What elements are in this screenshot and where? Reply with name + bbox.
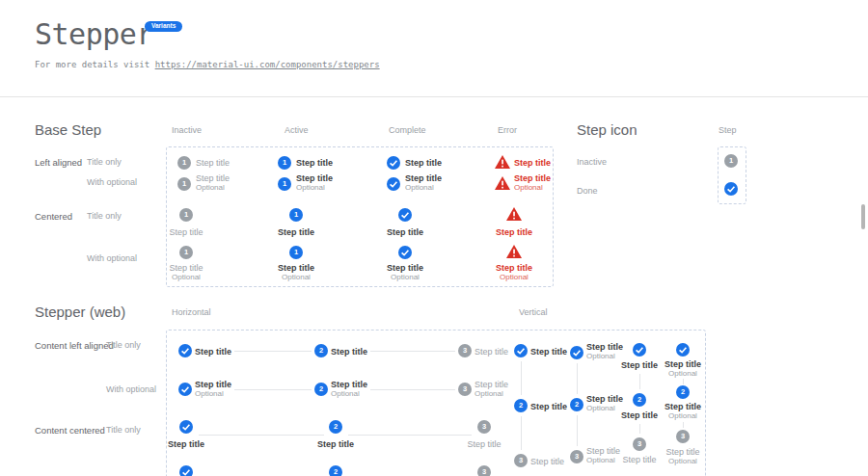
- step-node-active: 2: [676, 385, 690, 399]
- error-icon: [495, 176, 510, 194]
- connector-line: [348, 435, 472, 436]
- step-node-inactive: 1: [179, 208, 193, 222]
- step-node-active: 1: [289, 246, 303, 259]
- error-icon: [506, 207, 522, 225]
- step-node-inactive: 3: [477, 420, 491, 434]
- row-content-left-aligned: Content left aligned: [35, 340, 114, 351]
- check-icon: [633, 343, 646, 360]
- check-icon: [387, 177, 400, 195]
- row-content-centered: Content centered: [35, 425, 105, 436]
- step-title-label: Step title: [586, 446, 620, 456]
- row-with-optional: With optional: [106, 384, 156, 394]
- row-left-aligned: Left aligned: [35, 157, 82, 168]
- connector-line: [234, 351, 312, 352]
- step-title-label: Step title: [331, 380, 367, 389]
- step-title-label: Step title: [296, 158, 333, 168]
- step-title-label: Step title: [530, 402, 567, 411]
- column-complete: Complete: [389, 125, 426, 135]
- step-node-active: 2: [314, 383, 328, 396]
- connector-line: [577, 415, 578, 446]
- step-title-label: Step title: [169, 263, 203, 273]
- step-title-label: Step title: [168, 439, 204, 449]
- row-title-only: Title only: [106, 425, 141, 435]
- connector-line: [577, 363, 578, 394]
- step-node-inactive: 3: [570, 450, 583, 463]
- row-title-only: Title only: [106, 340, 141, 350]
- check-icon: [178, 344, 192, 361]
- optional-label: Optional: [668, 411, 697, 420]
- step-node-inactive: 3: [514, 454, 528, 467]
- column-vertical: Vertical: [519, 307, 548, 317]
- optional-label: Optional: [514, 183, 543, 192]
- step-title-label: Step title: [514, 173, 551, 183]
- optional-label: Optional: [196, 183, 225, 192]
- error-icon: [506, 245, 522, 262]
- check-icon: [398, 246, 412, 263]
- step-title-label: Step title: [278, 263, 314, 273]
- connector-line: [370, 389, 455, 390]
- step-node-active: 2: [514, 399, 528, 412]
- optional-label: Optional: [500, 273, 529, 281]
- step-title-label: Step title: [467, 439, 501, 449]
- optional-label: Optional: [586, 456, 615, 464]
- step-node-active: 2: [633, 393, 646, 407]
- step-title-label: Step title: [530, 347, 567, 357]
- connector-line: [199, 435, 324, 436]
- optional-label: Optional: [391, 273, 420, 281]
- scrollbar-thumb[interactable]: [861, 204, 865, 229]
- row-done: Done: [577, 186, 598, 196]
- step-title-label: Step title: [496, 227, 532, 237]
- check-icon: [724, 182, 738, 199]
- connector-line: [521, 361, 522, 395]
- step-title-label: Step title: [475, 380, 508, 389]
- step-title-label: Step title: [621, 360, 658, 370]
- column-error: Error: [498, 125, 517, 135]
- step-title-label: Step title: [405, 173, 442, 183]
- step-title-label: Step title: [665, 447, 699, 457]
- row-inactive: Inactive: [577, 157, 607, 167]
- connector-line: [521, 416, 522, 450]
- check-icon: [387, 156, 400, 173]
- optional-label: Optional: [586, 404, 615, 412]
- stepper-web-heading: Stepper (web): [35, 304, 125, 320]
- step-node-inactive: 1: [179, 246, 193, 259]
- variants-badge: Variants: [145, 21, 182, 32]
- optional-label: Optional: [405, 183, 434, 192]
- subtitle: For more details visit https://material-…: [35, 60, 380, 69]
- optional-label: Optional: [668, 457, 697, 465]
- step-node-inactive: 1: [724, 154, 738, 168]
- step-node-inactive: 3: [633, 437, 646, 451]
- design-doc-canvas: { "page": { "title": "Stepper", "badge":…: [0, 0, 868, 476]
- step-title-label: Step title: [196, 158, 230, 168]
- row-with-optional: With optional: [87, 177, 137, 187]
- step-title-label: Step title: [331, 347, 367, 357]
- step-node-active: 2: [329, 465, 342, 476]
- step-title-label: Step title: [296, 173, 333, 183]
- step-node-active: 2: [314, 344, 328, 357]
- optional-label: Optional: [296, 183, 325, 192]
- page-title: Stepper: [35, 17, 153, 51]
- step-title-label: Step title: [621, 410, 658, 420]
- check-icon: [398, 208, 412, 225]
- optional-label: Optional: [586, 352, 615, 360]
- column-horizontal: Horizontal: [172, 307, 211, 317]
- step-node-active: 2: [329, 420, 342, 434]
- step-title-label: Step title: [278, 227, 314, 237]
- step-title-label: Step title: [530, 457, 564, 466]
- row-title-only: Title only: [87, 157, 122, 167]
- step-node-inactive: 3: [458, 344, 472, 357]
- optional-label: Optional: [282, 273, 311, 281]
- step-title-label: Step title: [496, 263, 532, 273]
- material-ui-link[interactable]: https://material-ui.com/components/stepp…: [155, 60, 380, 69]
- row-title-only: Title only: [87, 211, 122, 221]
- step-title-label: Step title: [586, 394, 623, 404]
- step-title-label: Step title: [195, 380, 231, 389]
- connector-line: [639, 374, 640, 389]
- error-icon: [495, 155, 510, 172]
- step-node-inactive: 1: [177, 177, 191, 191]
- step-node-inactive: 1: [177, 156, 191, 170]
- step-title-label: Step title: [514, 158, 551, 168]
- connector-line: [639, 424, 640, 434]
- check-icon: [570, 346, 583, 363]
- column-step: Step: [719, 125, 737, 135]
